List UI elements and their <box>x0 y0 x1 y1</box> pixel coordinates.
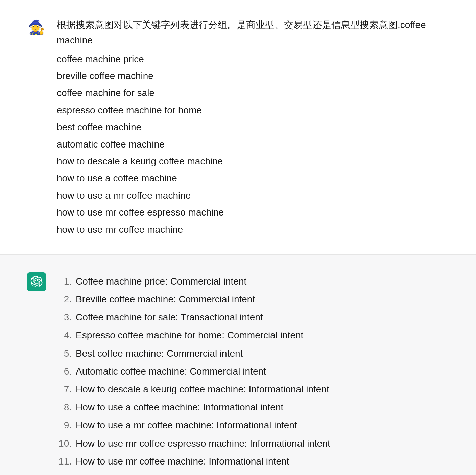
item-number: 2. <box>57 290 72 308</box>
item-text: Best coffee machine: Commercial intent <box>76 344 449 362</box>
item-text: How to use mr coffee espresso machine: I… <box>76 434 449 452</box>
keyword-list: coffee machine pricebreville coffee mach… <box>57 51 449 238</box>
keyword-item: espresso coffee machine for home <box>57 102 449 119</box>
keyword-item: coffee machine for sale <box>57 85 449 101</box>
response-item: 1.Coffee machine price: Commercial inten… <box>57 272 449 290</box>
item-number: 1. <box>57 272 72 290</box>
response-item: 5.Best coffee machine: Commercial intent <box>57 344 449 362</box>
item-text: How to use mr coffee machine: Informatio… <box>76 452 449 470</box>
user-prompt: 根据搜索意图对以下关键字列表进行分组。是商业型、交易型还是信息型搜索意图.cof… <box>57 18 449 48</box>
item-number: 9. <box>57 416 72 434</box>
item-text: How to descale a keurig coffee machine: … <box>76 380 449 398</box>
item-number: 7. <box>57 380 72 398</box>
keyword-item: best coffee machine <box>57 119 449 136</box>
item-number: 11. <box>57 452 72 470</box>
item-text: How to use a mr coffee machine: Informat… <box>76 416 449 434</box>
assistant-avatar <box>27 272 46 291</box>
item-number: 8. <box>57 398 72 416</box>
chat-container: 🧙 根据搜索意图对以下关键字列表进行分组。是商业型、交易型还是信息型搜索意图.c… <box>0 0 476 475</box>
item-text: How to use a coffee machine: Information… <box>76 398 449 416</box>
item-text: Coffee machine price: Commercial intent <box>76 272 449 290</box>
user-message: 🧙 根据搜索意图对以下关键字列表进行分组。是商业型、交易型还是信息型搜索意图.c… <box>0 0 476 255</box>
item-text: Coffee machine for sale: Transactional i… <box>76 308 449 326</box>
keyword-item: how to descale a keurig coffee machine <box>57 153 449 170</box>
response-item: 7.How to descale a keurig coffee machine… <box>57 380 449 398</box>
item-number: 5. <box>57 344 72 362</box>
user-avatar: 🧙 <box>27 18 46 37</box>
response-item: 6.Automatic coffee machine: Commercial i… <box>57 362 449 380</box>
keyword-item: how to use mr coffee espresso machine <box>57 204 449 221</box>
item-text: Breville coffee machine: Commercial inte… <box>76 290 449 308</box>
keyword-item: breville coffee machine <box>57 68 449 85</box>
response-item: 8.How to use a coffee machine: Informati… <box>57 398 449 416</box>
response-item: 3.Coffee machine for sale: Transactional… <box>57 308 449 326</box>
response-item: 2.Breville coffee machine: Commercial in… <box>57 290 449 308</box>
response-item: 4.Espresso coffee machine for home: Comm… <box>57 326 449 344</box>
response-item: 10.How to use mr coffee espresso machine… <box>57 434 449 452</box>
response-item: 9.How to use a mr coffee machine: Inform… <box>57 416 449 434</box>
item-text: Espresso coffee machine for home: Commer… <box>76 326 449 344</box>
item-number: 4. <box>57 326 72 344</box>
keyword-item: how to use mr coffee machine <box>57 221 449 238</box>
assistant-message-content: 1.Coffee machine price: Commercial inten… <box>57 271 449 470</box>
item-text: Automatic coffee machine: Commercial int… <box>76 362 449 380</box>
keyword-item: how to use a mr coffee machine <box>57 187 449 204</box>
response-item: 11.How to use mr coffee machine: Informa… <box>57 452 449 470</box>
openai-icon <box>30 276 43 288</box>
user-message-content: 根据搜索意图对以下关键字列表进行分组。是商业型、交易型还是信息型搜索意图.cof… <box>57 16 449 238</box>
assistant-message: 1.Coffee machine price: Commercial inten… <box>0 255 476 475</box>
item-number: 6. <box>57 362 72 380</box>
keyword-item: how to use a coffee machine <box>57 170 449 187</box>
item-number: 10. <box>57 434 72 452</box>
item-number: 3. <box>57 308 72 326</box>
keyword-item: coffee machine price <box>57 51 449 68</box>
keyword-item: automatic coffee machine <box>57 136 449 153</box>
response-list: 1.Coffee machine price: Commercial inten… <box>57 272 449 470</box>
